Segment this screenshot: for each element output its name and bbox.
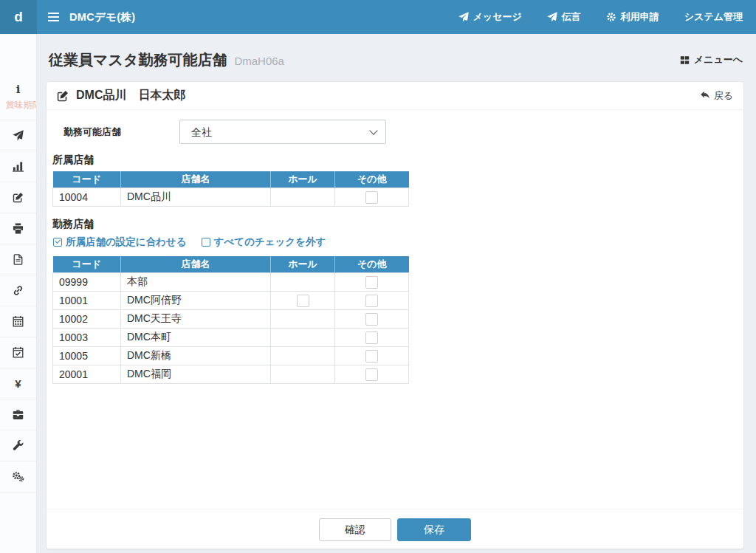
nav-item-system-admin[interactable]: システム管理 bbox=[684, 10, 743, 24]
print-icon bbox=[13, 223, 24, 234]
nav-item-message[interactable]: メッセージ bbox=[458, 10, 522, 24]
belong-store-label: 所属店舗 bbox=[52, 154, 736, 167]
store-code: 10005 bbox=[53, 347, 121, 365]
sidebar-item-settings[interactable] bbox=[0, 461, 36, 492]
sidebar-item-calendar[interactable] bbox=[0, 306, 36, 337]
nav-item-label: 利用申請 bbox=[621, 10, 659, 24]
workable-store-label: 勤務可能店舗 bbox=[63, 126, 179, 139]
store-name: DMC阿倍野 bbox=[121, 292, 271, 310]
other-checkbox[interactable] bbox=[365, 191, 378, 204]
hamburger-menu-icon[interactable] bbox=[37, 0, 69, 34]
sidebar-item-documents[interactable] bbox=[0, 244, 36, 275]
sidebar-item-links[interactable] bbox=[0, 275, 36, 306]
document-icon bbox=[13, 254, 24, 265]
table-row: 10003 DMC本町 bbox=[53, 329, 409, 347]
sidebar-item-calendar-check[interactable] bbox=[0, 337, 36, 368]
back-link[interactable]: 戻る bbox=[700, 89, 733, 103]
table-row: 10001 DMC阿倍野 bbox=[53, 292, 409, 310]
work-store-table: コード 店舗名 ホール その他 09999 本部 bbox=[52, 256, 409, 384]
table-header-row: コード 店舗名 ホール その他 bbox=[53, 256, 409, 273]
detail-card: DMC品川 日本太郎 戻る 勤務可能店舗 全社 bbox=[46, 81, 744, 549]
store-code: 10001 bbox=[53, 292, 121, 310]
sidebar-item-tools[interactable] bbox=[0, 430, 36, 461]
table-row: 10005 DMC新橋 bbox=[53, 347, 409, 365]
main-content: 従業員マスタ勤務可能店舗 DmaH06a メニューへ DMC品川 日本太郎 戻る bbox=[37, 34, 756, 553]
store-code: 10002 bbox=[53, 310, 121, 329]
other-cell bbox=[335, 292, 409, 310]
work-store-label: 勤務店舗 bbox=[52, 218, 736, 231]
edit-icon bbox=[57, 90, 69, 102]
sidebar: i 賞味期限 bbox=[0, 34, 37, 553]
hall-cell bbox=[271, 273, 335, 292]
other-checkbox[interactable] bbox=[365, 350, 378, 363]
nav-item-usage-application[interactable]: 利用申請 bbox=[606, 10, 659, 24]
store-code: 10004 bbox=[53, 188, 121, 207]
other-checkbox[interactable] bbox=[365, 276, 378, 289]
edit-icon bbox=[13, 192, 24, 203]
table-header-row: コード 店舗名 ホール その他 bbox=[53, 171, 409, 188]
sidebar-item-send[interactable] bbox=[0, 120, 36, 151]
nav-item-label: 伝言 bbox=[562, 10, 581, 24]
sidebar-item-print[interactable] bbox=[0, 213, 36, 244]
match-belong-option[interactable]: 所属店舗の設定に合わせる bbox=[53, 236, 187, 249]
yen-icon: ¥ bbox=[15, 378, 21, 389]
store-code: 20001 bbox=[53, 365, 121, 384]
calendar-check-icon bbox=[13, 347, 24, 358]
briefcase-icon bbox=[13, 409, 24, 420]
other-cell bbox=[335, 347, 409, 365]
sidebar-item-yen[interactable]: ¥ bbox=[0, 368, 36, 399]
store-code: 10003 bbox=[53, 329, 121, 347]
col-header-other: その他 bbox=[335, 171, 409, 188]
app-logo-letter: d bbox=[14, 9, 23, 25]
other-checkbox[interactable] bbox=[365, 368, 378, 381]
page-code: DmaH06a bbox=[234, 52, 284, 67]
other-checkbox[interactable] bbox=[365, 295, 378, 307]
record-title: DMC品川 日本太郎 bbox=[57, 88, 185, 103]
sidebar-item-reports[interactable] bbox=[0, 151, 36, 182]
col-header-name: 店舗名 bbox=[121, 171, 271, 188]
unchecked-checkbox-icon bbox=[202, 238, 210, 247]
page-title: 従業員マスタ勤務可能店舗 bbox=[49, 50, 227, 70]
col-header-name: 店舗名 bbox=[121, 256, 271, 273]
other-checkbox[interactable] bbox=[365, 313, 378, 326]
store-name: DMC天王寺 bbox=[121, 310, 271, 329]
save-button[interactable]: 保存 bbox=[397, 518, 471, 541]
hall-cell bbox=[271, 310, 335, 329]
other-cell bbox=[335, 365, 409, 384]
nav-item-label: システム管理 bbox=[684, 10, 743, 24]
table-row: 20001 DMC福岡 bbox=[53, 365, 409, 384]
sidebar-alert-text: 賞味期限 bbox=[0, 99, 37, 111]
menu-link[interactable]: メニューへ bbox=[680, 53, 743, 66]
card-header: DMC品川 日本太郎 戻る bbox=[47, 82, 743, 110]
clear-all-option[interactable]: すべてのチェックを外す bbox=[202, 236, 326, 249]
confirm-button[interactable]: 確認 bbox=[319, 518, 391, 541]
checked-checkbox-icon bbox=[53, 238, 62, 247]
link-icon bbox=[13, 285, 24, 296]
card-body: 勤務可能店舗 全社 所属店舗 コード bbox=[47, 110, 743, 509]
col-header-hall: ホール bbox=[271, 256, 335, 273]
nav-item-memo[interactable]: 伝言 bbox=[547, 10, 581, 24]
sidebar-item-briefcase[interactable] bbox=[0, 399, 36, 430]
hamburger-bars bbox=[48, 13, 59, 21]
back-link-label: 戻る bbox=[714, 89, 733, 103]
paper-plane-icon bbox=[13, 130, 24, 141]
navbar: DMCデモ(株) メッセージ 伝言 利用申請 システム管理 bbox=[37, 0, 756, 34]
calendar-icon bbox=[13, 316, 24, 327]
store-name: DMC新橋 bbox=[121, 347, 271, 365]
hall-checkbox[interactable] bbox=[297, 295, 309, 307]
top-header: d DMCデモ(株) メッセージ 伝言 利用申請 bbox=[0, 0, 756, 34]
other-checkbox[interactable] bbox=[365, 332, 378, 344]
sidebar-item-info[interactable]: i 賞味期限 bbox=[0, 75, 36, 120]
workable-store-select-wrap: 全社 bbox=[179, 120, 386, 144]
col-header-code: コード bbox=[53, 256, 121, 273]
workable-store-select[interactable]: 全社 bbox=[179, 120, 386, 144]
cogs-icon bbox=[12, 471, 24, 482]
info-icon: i bbox=[16, 84, 21, 95]
content-header: 従業員マスタ勤務可能店舗 DmaH06a メニューへ bbox=[46, 34, 744, 81]
other-cell bbox=[335, 188, 409, 207]
menu-link-label: メニューへ bbox=[694, 53, 743, 66]
sidebar-item-edit[interactable] bbox=[0, 182, 36, 213]
wrench-icon bbox=[13, 440, 24, 451]
table-row: 09999 本部 bbox=[53, 273, 409, 292]
other-cell bbox=[335, 273, 409, 292]
